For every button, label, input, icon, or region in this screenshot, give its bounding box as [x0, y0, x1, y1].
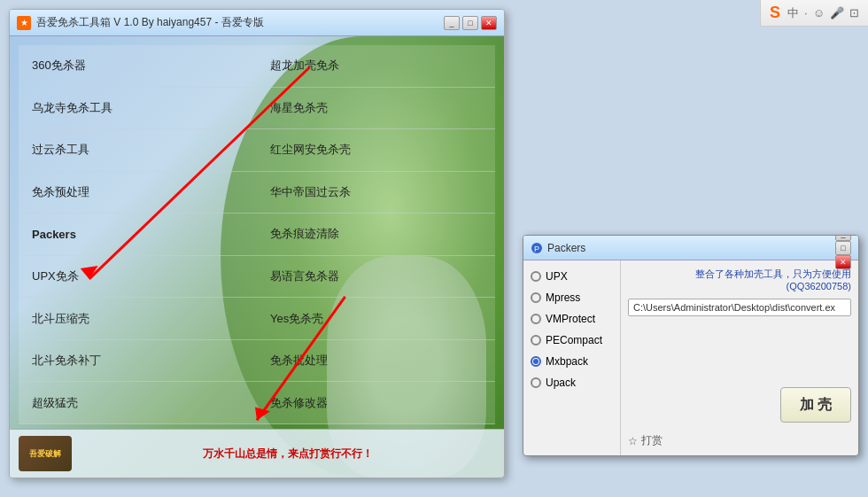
menu-item-packers[interactable]: Packers [19, 214, 257, 256]
radio-upx[interactable]: UPX [529, 268, 615, 285]
packers-maximize-button[interactable]: □ [835, 241, 851, 255]
menu-item-upx[interactable]: UPX免杀 [19, 256, 257, 299]
menu-item-clear[interactable]: 免杀痕迹清除 [257, 214, 495, 256]
menu-item-super[interactable]: 超级猛壳 [19, 382, 257, 424]
logo-area: 吾爱破解 [19, 436, 72, 471]
packers-title-text: Packers [547, 242, 835, 254]
menu-item-batch[interactable]: 免杀批处理 [257, 340, 495, 383]
radio-circle-upack [531, 377, 541, 388]
main-window: ★ 吾爱免杀工具箱 V 1.0 By haiyang457 - 吾爱专版 _ □… [9, 9, 505, 478]
radio-circle-vmprotect [531, 314, 541, 324]
packers-bottom-row: ☆ 打赏 [628, 430, 851, 448]
main-app-icon: ★ [17, 16, 31, 30]
label-pecompact: PECompact [546, 334, 602, 346]
main-win-buttons: _ □ ✕ [444, 16, 497, 30]
main-title-bar: ★ 吾爱免杀工具箱 V 1.0 By haiyang457 - 吾爱专版 _ □… [10, 10, 504, 36]
info-text: 整合了各种加壳工具，只为方便使用 (QQ36200758) [628, 268, 851, 291]
radio-circle-mpress [531, 292, 541, 303]
menu-item-hongchen[interactable]: 红尘网安免杀壳 [257, 129, 495, 172]
label-mxbpack: Mxbpack [546, 355, 588, 368]
path-field[interactable]: C:\Users\Administrator\Desktop\dist\conv… [628, 299, 851, 316]
label-vmprotect: VMProtect [546, 313, 595, 325]
sogou-icon-face[interactable]: ☺ [813, 6, 825, 19]
pack-button[interactable]: 加 壳 [780, 387, 851, 423]
bottom-bar: 吾爱破解 万水千山总是情，来点打赏行不行！ [10, 429, 504, 478]
menu-item-360[interactable]: 360免杀器 [19, 45, 257, 88]
radio-mpress[interactable]: Mpress [529, 289, 615, 307]
sogou-icon-settings[interactable]: ⊡ [849, 6, 859, 19]
label-upx: UPX [546, 270, 568, 283]
radio-pecompact[interactable]: PECompact [529, 331, 615, 349]
packers-right-panel: 整合了各种加壳工具，只为方便使用 (QQ36200758) C:\Users\A… [621, 260, 858, 455]
close-button[interactable]: ✕ [481, 16, 497, 30]
label-upack: Upack [546, 377, 576, 389]
menu-grid: 360免杀器 超龙加壳免杀 乌龙寺免杀工具 海星免杀壳 过云杀工具 红尘网安免杀… [19, 45, 495, 424]
packers-options-list: UPX Mpress VMProtect PECompact Mxbpack U… [523, 260, 621, 455]
menu-item-haixing[interactable]: 海星免杀壳 [257, 88, 495, 130]
star-icon: ☆ [628, 435, 638, 447]
bottom-text: 万水千山总是情，来点打赏行不行！ [81, 447, 495, 462]
main-content: 360免杀器 超龙加壳免杀 乌龙寺免杀工具 海星免杀壳 过云杀工具 红尘网安免杀… [10, 36, 504, 478]
radio-circle-pecompact [531, 335, 541, 346]
radio-upack[interactable]: Upack [529, 374, 615, 392]
maximize-button[interactable]: □ [462, 16, 478, 30]
menu-item-chalong[interactable]: 超龙加壳免杀 [257, 45, 495, 88]
packers-icon: P [531, 242, 543, 254]
packers-body: UPX Mpress VMProtect PECompact Mxbpack U… [523, 260, 858, 455]
menu-item-yes[interactable]: Yes免杀壳 [257, 298, 495, 340]
svg-text:P: P [534, 245, 539, 253]
star-label: 打赏 [641, 433, 663, 448]
radio-vmprotect[interactable]: VMProtect [529, 310, 615, 328]
sogou-icons: 中 · ☺ 🎤 ⊡ [787, 5, 859, 21]
menu-item-miansha-pre[interactable]: 免杀预处理 [19, 172, 257, 214]
menu-item-huazhong[interactable]: 华中帝国过云杀 [257, 172, 495, 214]
radio-circle-mxbpack [531, 356, 541, 367]
sogou-icon-zhong[interactable]: 中 [787, 5, 799, 21]
minimize-button[interactable]: _ [444, 16, 460, 30]
packers-minimize-button[interactable]: _ [835, 235, 851, 241]
menu-item-modify[interactable]: 免杀修改器 [257, 382, 495, 424]
menu-item-wulong[interactable]: 乌龙寺免杀工具 [19, 88, 257, 130]
radio-mxbpack[interactable]: Mxbpack [529, 353, 615, 370]
menu-item-beidou-patch[interactable]: 北斗免杀补丁 [19, 340, 257, 383]
sogou-icon-mic[interactable]: 🎤 [830, 6, 844, 19]
menu-item-beidou-compress[interactable]: 北斗压缩壳 [19, 298, 257, 340]
packers-window: P Packers _ □ ✕ UPX Mpress VMProtect [523, 235, 859, 456]
sogou-bar: S 中 · ☺ 🎤 ⊡ [760, 0, 868, 27]
packers-title-bar: P Packers _ □ ✕ [523, 236, 858, 260]
star-button[interactable]: ☆ 打赏 [628, 433, 663, 448]
radio-circle-upx [531, 271, 541, 282]
menu-item-yiyuyan[interactable]: 易语言免杀器 [257, 256, 495, 299]
main-title-text: 吾爱免杀工具箱 V 1.0 By haiyang457 - 吾爱专版 [36, 15, 444, 30]
sogou-logo: S [770, 4, 780, 22]
label-mpress: Mpress [546, 291, 580, 304]
sogou-icon-dot: · [804, 6, 808, 19]
menu-item-guoyun[interactable]: 过云杀工具 [19, 129, 257, 172]
